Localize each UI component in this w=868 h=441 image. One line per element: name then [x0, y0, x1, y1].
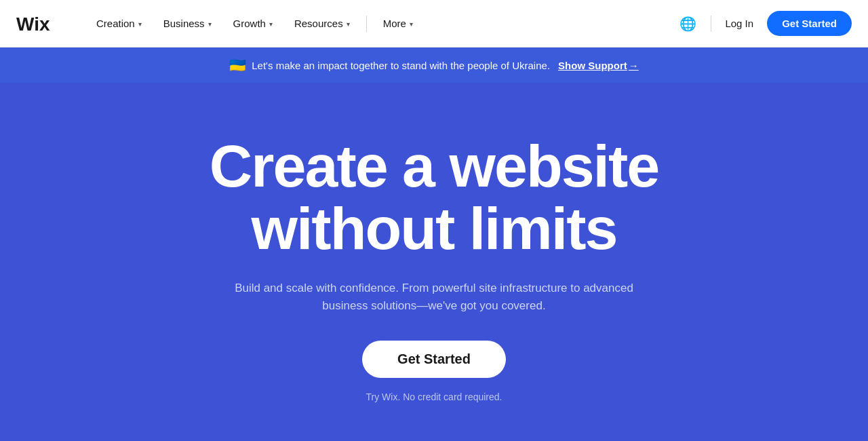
get-started-nav-button[interactable]: Get Started	[767, 11, 852, 36]
nav-item-growth[interactable]: Growth ▾	[222, 12, 283, 35]
nav-item-resources[interactable]: Resources ▾	[283, 12, 361, 35]
chevron-down-icon: ▾	[269, 20, 273, 28]
navbar-right: 🌐 Log In Get Started	[675, 11, 852, 36]
hero-footnote: Try Wix. No credit card required.	[366, 391, 502, 402]
login-button[interactable]: Log In	[722, 14, 756, 33]
hero-subtitle: Build and scale with confidence. From po…	[224, 280, 644, 315]
arrow-icon: →	[629, 60, 639, 71]
globe-icon: 🌐	[679, 16, 696, 32]
chevron-down-icon: ▾	[208, 20, 212, 28]
nav-item-business[interactable]: Business ▾	[153, 12, 222, 35]
show-support-link[interactable]: Show Support→	[558, 60, 639, 71]
ukraine-banner-text: Let's make an impact together to stand w…	[252, 60, 550, 71]
navbar: Wix Creation ▾ Business ▾ Growth ▾ Resou…	[0, 0, 868, 47]
ukraine-flag-emoji: 🇺🇦	[229, 57, 246, 73]
chevron-down-icon: ▾	[410, 20, 413, 28]
chevron-down-icon: ▾	[347, 20, 350, 28]
ukraine-banner: 🇺🇦 Let's make an impact together to stan…	[0, 47, 868, 83]
hero-get-started-button[interactable]: Get Started	[362, 341, 506, 378]
svg-text:Wix: Wix	[16, 14, 50, 33]
wix-logo[interactable]: Wix	[16, 14, 64, 33]
hero-section: Create a website without limits Build an…	[0, 83, 868, 441]
nav-item-more[interactable]: More ▾	[372, 12, 424, 35]
nav-item-creation[interactable]: Creation ▾	[85, 12, 153, 35]
nav-right-divider	[711, 16, 711, 32]
hero-title: Create a website without limits	[210, 135, 659, 261]
main-content: 🇺🇦 Let's make an impact together to stan…	[0, 47, 868, 441]
nav-divider	[366, 16, 367, 32]
nav-menu: Creation ▾ Business ▾ Growth ▾ Resources…	[85, 12, 675, 35]
chevron-down-icon: ▾	[138, 20, 142, 28]
language-selector-button[interactable]: 🌐	[675, 12, 700, 36]
